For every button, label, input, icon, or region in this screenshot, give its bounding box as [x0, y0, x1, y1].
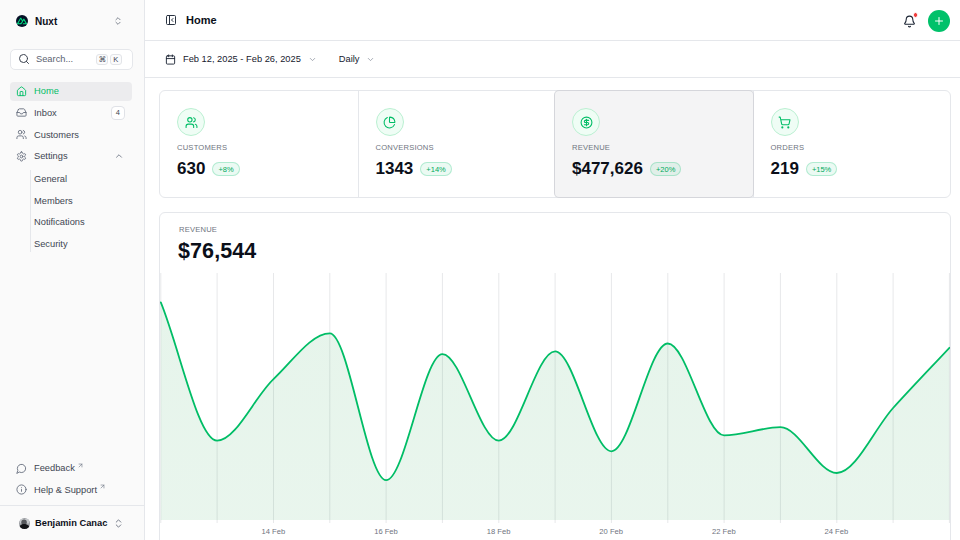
svg-text:24 Feb: 24 Feb	[825, 527, 849, 536]
svg-text:14 Feb: 14 Feb	[262, 527, 286, 536]
svg-text:18 Feb: 18 Feb	[487, 527, 511, 536]
svg-text:22 Feb: 22 Feb	[712, 527, 736, 536]
svg-text:16 Feb: 16 Feb	[374, 527, 398, 536]
svg-text:20 Feb: 20 Feb	[599, 527, 623, 536]
